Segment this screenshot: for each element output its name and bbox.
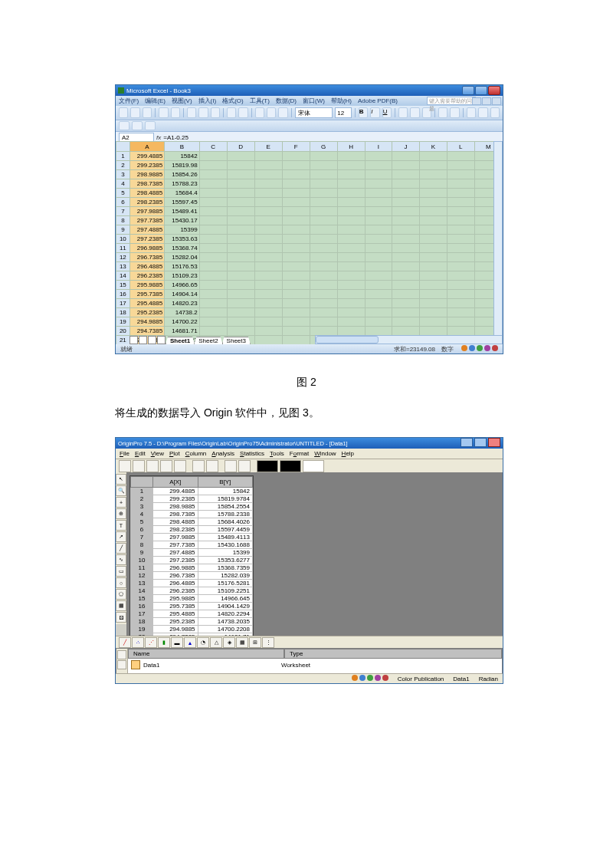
cell[interactable]	[337, 253, 365, 262]
menu-data[interactable]: 数据(D)	[276, 97, 297, 105]
cell[interactable]	[365, 327, 392, 336]
cell[interactable]	[392, 290, 420, 299]
cell[interactable]	[337, 244, 365, 253]
cell[interactable]	[337, 207, 365, 216]
scatter-plot-icon[interactable]: ∴	[132, 637, 144, 648]
cell[interactable]: 295.7385	[129, 290, 164, 299]
row-header[interactable]: 8	[131, 541, 153, 549]
cell[interactable]	[337, 281, 365, 290]
cell[interactable]: 15353.6277	[198, 557, 252, 564]
cell[interactable]	[310, 281, 337, 290]
fill-color-picker[interactable]	[280, 460, 301, 472]
circle-tool-icon[interactable]: ○	[116, 577, 126, 588]
row-header[interactable]: 3	[131, 503, 153, 511]
borders-icon[interactable]	[467, 107, 476, 118]
cell[interactable]: 14738.2035	[198, 618, 252, 626]
undo-icon[interactable]	[227, 107, 236, 118]
cell[interactable]	[282, 271, 310, 281]
cut-icon[interactable]	[187, 107, 196, 118]
cell[interactable]	[419, 281, 447, 290]
cell[interactable]	[447, 281, 474, 290]
cell[interactable]	[282, 189, 310, 198]
sort-asc-icon[interactable]	[267, 107, 276, 118]
row-header[interactable]: 15	[131, 595, 153, 603]
cell[interactable]	[227, 235, 254, 244]
cell[interactable]: 14966.645	[198, 595, 252, 603]
cell[interactable]	[447, 152, 474, 161]
cell[interactable]	[227, 327, 254, 336]
menu-adobe-pdf[interactable]: Adobe PDF(B)	[358, 97, 398, 104]
cell[interactable]	[365, 308, 392, 317]
cell[interactable]	[282, 336, 310, 345]
formula-text[interactable]: =A1-0.25	[163, 134, 188, 141]
cell[interactable]: 15430.17	[165, 216, 199, 225]
mdi-minimize-button[interactable]	[472, 97, 481, 105]
font-name-select[interactable]: 宋体	[295, 107, 333, 118]
refresh-icon[interactable]	[225, 460, 237, 472]
cell[interactable]	[447, 161, 474, 170]
project-explorer[interactable]: Name Type Data1 Worksheet	[116, 648, 503, 674]
pdf-convert-icon[interactable]	[119, 121, 129, 130]
row-header[interactable]: 3	[116, 170, 130, 179]
row-header[interactable]: 9	[131, 549, 153, 557]
cell[interactable]: 298.4885	[129, 189, 164, 198]
curve-tool-icon[interactable]: ∿	[116, 554, 126, 565]
image-plot-icon[interactable]: ▦	[236, 637, 248, 648]
cell[interactable]	[227, 179, 254, 189]
3d-plot-icon[interactable]: △	[210, 637, 222, 648]
cell[interactable]: 14904.1429	[198, 603, 252, 610]
tab-nav-next-icon[interactable]	[148, 336, 156, 344]
cell[interactable]: 15282.039	[198, 572, 252, 580]
cell[interactable]	[419, 225, 447, 235]
cell[interactable]	[365, 189, 392, 198]
cell[interactable]	[419, 299, 447, 308]
cell[interactable]	[227, 216, 254, 225]
cell[interactable]	[365, 170, 392, 179]
contour-icon[interactable]: ◈	[223, 637, 235, 648]
cell[interactable]	[227, 170, 254, 179]
text-tool-icon[interactable]: T	[116, 520, 126, 531]
cell[interactable]	[282, 308, 310, 317]
cell[interactable]	[282, 317, 310, 327]
cell[interactable]	[282, 244, 310, 253]
cell[interactable]	[310, 170, 337, 179]
cell[interactable]: 15597.4459	[198, 526, 252, 534]
italic-icon[interactable]: I	[370, 107, 379, 118]
bar-plot-icon[interactable]: ▬	[171, 637, 183, 648]
cell[interactable]	[419, 161, 447, 170]
cell[interactable]	[447, 253, 474, 262]
cell[interactable]	[337, 327, 365, 336]
cell[interactable]	[310, 308, 337, 317]
fill-color-icon[interactable]	[478, 107, 487, 118]
cell[interactable]: 14700.2208	[198, 626, 252, 633]
line-symbol-icon[interactable]: ⋰	[145, 637, 157, 648]
cell[interactable]	[310, 262, 337, 271]
row-header[interactable]: 6	[131, 526, 153, 534]
cell[interactable]	[254, 271, 282, 281]
cell[interactable]	[447, 207, 474, 216]
new-worksheet-icon[interactable]	[133, 460, 145, 472]
cell[interactable]: 15854.26	[165, 170, 199, 179]
cell[interactable]	[310, 216, 337, 225]
row-header[interactable]: 10	[116, 235, 130, 244]
cell[interactable]: 298.4885	[153, 518, 198, 526]
cell[interactable]	[227, 207, 254, 216]
cell[interactable]	[282, 161, 310, 170]
cell[interactable]	[254, 198, 282, 207]
cell[interactable]: 297.4885	[153, 549, 198, 557]
cell[interactable]	[447, 235, 474, 244]
close-button[interactable]	[488, 438, 500, 447]
row-header[interactable]: 11	[116, 244, 130, 253]
row-header[interactable]: 4	[116, 179, 130, 189]
cell[interactable]: 15684.4	[165, 189, 199, 198]
menu-analysis[interactable]: Analysis	[211, 450, 234, 457]
cell[interactable]	[199, 189, 227, 198]
cell[interactable]: 297.7385	[129, 216, 164, 225]
cell[interactable]	[392, 207, 420, 216]
cell[interactable]: 15353.63	[165, 235, 199, 244]
row-header[interactable]: 4	[131, 511, 153, 518]
cell[interactable]	[199, 216, 227, 225]
more-plot-icon[interactable]: ⋮	[262, 637, 274, 648]
save-icon[interactable]	[143, 107, 152, 118]
menu-help[interactable]: Help	[342, 450, 354, 457]
